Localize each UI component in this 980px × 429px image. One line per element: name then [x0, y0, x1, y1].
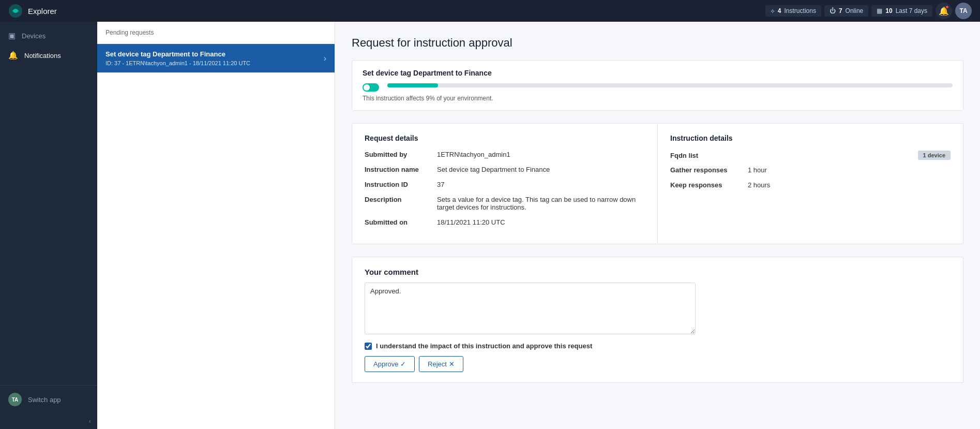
- bell-icon: 🔔: [8, 51, 18, 60]
- approve-checkbox[interactable]: [365, 343, 372, 350]
- topnav-right: ⟡ 4 Instructions ⏻ 7 Online ▦ 10 Last 7 …: [765, 3, 972, 19]
- keep-responses-label: Keep responses: [670, 181, 748, 189]
- pending-panel: Pending requests Set device tag Departme…: [97, 22, 335, 429]
- keep-responses-value: 2 hours: [748, 181, 770, 189]
- comment-textarea[interactable]: Approved.: [365, 283, 696, 334]
- instruction-id-row: Instruction ID 37: [365, 181, 645, 188]
- user-avatar[interactable]: TA: [955, 3, 972, 19]
- sidebar-item-notifications-label: Notifications: [24, 52, 61, 60]
- instruction-details-col: Instruction details Fqdn list 1 device G…: [658, 123, 963, 244]
- calendar-icon: ▦: [877, 7, 882, 14]
- description-value: Sets a value for a device tag. This tag …: [437, 196, 645, 211]
- sidebar-bottom: TA Switch app: [0, 385, 97, 413]
- pending-header: Pending requests: [97, 22, 335, 44]
- gather-responses-label: Gather responses: [670, 166, 748, 174]
- last7days-count: 10: [885, 7, 892, 14]
- instruction-id-label: Instruction ID: [365, 181, 437, 188]
- instruction-name-value: Set device tag Department to Finance: [437, 166, 645, 173]
- last7days-label: Last 7 days: [896, 7, 927, 14]
- progress-bar: [387, 83, 953, 87]
- submitted-on-value: 18/11/2021 11:20 UTC: [437, 218, 645, 226]
- fqdn-header-row: Fqdn list 1 device: [670, 151, 951, 160]
- gather-responses-row: Gather responses 1 hour: [670, 166, 951, 174]
- comment-section: Your comment Approved. I understand the …: [352, 257, 963, 383]
- notifications-bell-button[interactable]: 🔔: [936, 3, 952, 19]
- top-nav: Explorer ⟡ 4 Instructions ⏻ 7 Online ▦ 1…: [0, 0, 980, 22]
- main-layout: ▣ Devices 🔔 Notifications TA Switch app …: [0, 22, 980, 429]
- submitted-on-row: Submitted on 18/11/2021 11:20 UTC: [365, 218, 645, 226]
- instructions-icon: ⟡: [771, 7, 775, 14]
- topnav-left: Explorer: [8, 4, 57, 18]
- sidebar: ▣ Devices 🔔 Notifications TA Switch app …: [0, 22, 97, 429]
- bell-dot: [945, 5, 949, 9]
- devices-icon: ▣: [8, 31, 16, 40]
- instruction-name-row: Instruction name Set device tag Departme…: [365, 166, 645, 173]
- description-row: Description Sets a value for a device ta…: [365, 196, 645, 211]
- sidebar-item-notifications[interactable]: 🔔 Notifications: [0, 46, 97, 65]
- approve-button[interactable]: Approve ✓: [365, 356, 415, 372]
- fqdn-list-label: Fqdn list: [670, 152, 743, 159]
- online-label: Online: [846, 7, 864, 14]
- request-item-title: Set device tag Department to Finance: [105, 50, 250, 58]
- action-buttons: Approve ✓ Reject ✕: [365, 356, 951, 372]
- submitted-on-label: Submitted on: [365, 218, 437, 226]
- affect-box: Set device tag Department to Finance Thi…: [352, 60, 963, 111]
- switch-app-avatar: TA: [8, 393, 22, 406]
- instructions-label: Instructions: [785, 7, 816, 14]
- sidebar-collapse-button[interactable]: ‹: [0, 413, 97, 429]
- affect-label: Set device tag Department to Finance: [363, 69, 953, 77]
- comment-heading: Your comment: [365, 268, 951, 276]
- app-title: Explorer: [28, 7, 57, 16]
- sidebar-item-devices-label: Devices: [22, 32, 46, 40]
- collapse-icon: ‹: [89, 418, 91, 425]
- content-area: Pending requests Set device tag Departme…: [97, 22, 980, 429]
- request-details-col: Request details Submitted by 1ETRN\tachy…: [352, 123, 658, 244]
- reject-button[interactable]: Reject ✕: [419, 356, 463, 372]
- submitted-by-row: Submitted by 1ETRN\tachyon_admin1: [365, 151, 645, 158]
- description-label: Description: [365, 196, 437, 203]
- submitted-by-label: Submitted by: [365, 151, 437, 158]
- progress-bar-fill: [387, 83, 438, 87]
- request-details-heading: Request details: [365, 134, 645, 142]
- sidebar-nav: ▣ Devices 🔔 Notifications: [0, 22, 97, 385]
- submitted-by-value: 1ETRN\tachyon_admin1: [437, 151, 645, 158]
- request-item[interactable]: Set device tag Department to Finance ID:…: [97, 44, 335, 73]
- fqdn-badge: 1 device: [918, 151, 951, 160]
- details-two-col: Request details Submitted by 1ETRN\tachy…: [352, 123, 963, 244]
- checkbox-row: I understand the impact of this instruct…: [365, 342, 951, 350]
- online-pill[interactable]: ⏻ 7 Online: [824, 5, 868, 17]
- request-chevron-icon: ›: [324, 54, 326, 63]
- online-count: 7: [839, 7, 842, 14]
- switch-app-label: Switch app: [28, 396, 61, 404]
- checkbox-label[interactable]: I understand the impact of this instruct…: [376, 342, 592, 350]
- switch-app-button[interactable]: TA Switch app: [8, 393, 89, 406]
- instruction-name-label: Instruction name: [365, 166, 437, 173]
- last7days-pill[interactable]: ▦ 10 Last 7 days: [871, 5, 932, 17]
- online-icon: ⏻: [830, 7, 836, 14]
- request-item-sub: ID: 37 - 1ETRN\tachyon_admin1 - 18/11/20…: [105, 60, 250, 66]
- sidebar-item-devices[interactable]: ▣ Devices: [0, 26, 97, 46]
- instructions-count: 4: [778, 7, 781, 14]
- gather-responses-value: 1 hour: [748, 166, 767, 174]
- detail-panel: Request for instruction approval Set dev…: [335, 22, 980, 429]
- request-item-content: Set device tag Department to Finance ID:…: [105, 50, 250, 66]
- keep-responses-row: Keep responses 2 hours: [670, 181, 951, 189]
- page-title: Request for instruction approval: [352, 36, 963, 50]
- instruction-details-heading: Instruction details: [670, 134, 951, 142]
- instructions-pill[interactable]: ⟡ 4 Instructions: [765, 5, 821, 17]
- progress-toggle-icon[interactable]: [363, 83, 379, 92]
- app-logo-icon: [8, 4, 23, 18]
- affect-text: This instruction affects 9% of your envi…: [363, 95, 953, 102]
- instruction-id-value: 37: [437, 181, 645, 188]
